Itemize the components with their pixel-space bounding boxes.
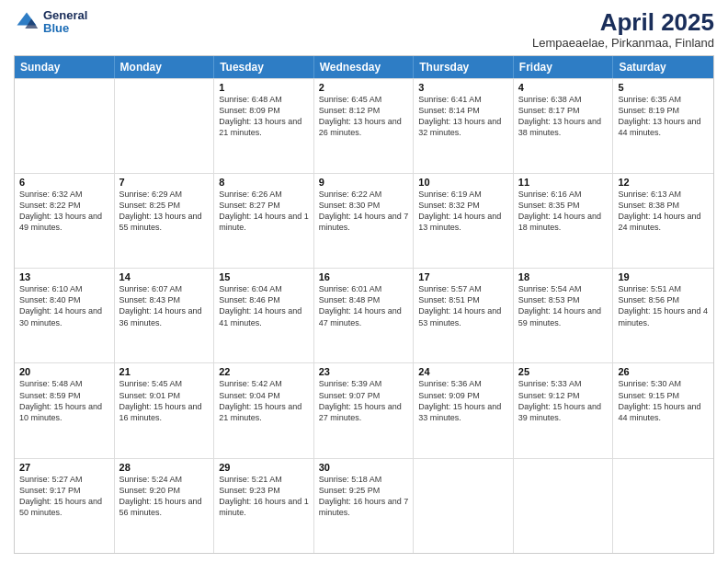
day-cell-20: 20Sunrise: 5:48 AM Sunset: 8:59 PM Dayli… <box>15 363 115 457</box>
day-cell-11: 11Sunrise: 6:16 AM Sunset: 8:35 PM Dayli… <box>514 174 614 268</box>
day-number: 8 <box>219 177 309 188</box>
day-header-wednesday: Wednesday <box>314 56 415 78</box>
day-number: 19 <box>618 271 709 282</box>
day-cell-30: 30Sunrise: 5:18 AM Sunset: 9:25 PM Dayli… <box>314 459 415 553</box>
day-info: Sunrise: 5:54 AM Sunset: 8:53 PM Dayligh… <box>518 283 609 328</box>
day-info: Sunrise: 5:48 AM Sunset: 8:59 PM Dayligh… <box>19 378 109 423</box>
day-info: Sunrise: 5:27 AM Sunset: 9:17 PM Dayligh… <box>19 474 109 519</box>
day-info: Sunrise: 6:16 AM Sunset: 8:35 PM Dayligh… <box>518 189 609 234</box>
day-number: 27 <box>19 462 109 473</box>
week-row-1: 1Sunrise: 6:48 AM Sunset: 8:09 PM Daylig… <box>15 78 713 173</box>
day-info: Sunrise: 5:18 AM Sunset: 9:25 PM Dayligh… <box>319 474 409 519</box>
day-number: 21 <box>119 366 210 377</box>
day-info: Sunrise: 6:26 AM Sunset: 8:27 PM Dayligh… <box>219 189 309 234</box>
day-cell-5: 5Sunrise: 6:35 AM Sunset: 8:19 PM Daylig… <box>613 79 713 173</box>
logo-general: General <box>43 9 87 22</box>
week-row-2: 6Sunrise: 6:32 AM Sunset: 8:22 PM Daylig… <box>15 173 713 268</box>
page-title: April 2025 <box>532 9 714 36</box>
day-number: 15 <box>219 271 309 282</box>
day-number: 30 <box>319 462 409 473</box>
day-header-sunday: Sunday <box>15 56 115 78</box>
day-info: Sunrise: 5:30 AM Sunset: 9:15 PM Dayligh… <box>618 378 709 423</box>
day-cell-9: 9Sunrise: 6:22 AM Sunset: 8:30 PM Daylig… <box>314 174 415 268</box>
day-info: Sunrise: 6:19 AM Sunset: 8:32 PM Dayligh… <box>418 189 508 234</box>
day-cell-3: 3Sunrise: 6:41 AM Sunset: 8:14 PM Daylig… <box>414 79 514 173</box>
day-header-thursday: Thursday <box>414 56 514 78</box>
day-header-saturday: Saturday <box>613 56 713 78</box>
day-number: 10 <box>418 177 508 188</box>
day-cell-23: 23Sunrise: 5:39 AM Sunset: 9:07 PM Dayli… <box>314 363 415 457</box>
day-number: 18 <box>518 271 609 282</box>
day-cell-4: 4Sunrise: 6:38 AM Sunset: 8:17 PM Daylig… <box>514 79 614 173</box>
day-cell-13: 13Sunrise: 6:10 AM Sunset: 8:40 PM Dayli… <box>15 269 115 362</box>
day-number: 12 <box>618 177 709 188</box>
day-info: Sunrise: 5:33 AM Sunset: 9:12 PM Dayligh… <box>518 378 609 423</box>
week-row-3: 13Sunrise: 6:10 AM Sunset: 8:40 PM Dayli… <box>15 268 713 362</box>
day-cell-8: 8Sunrise: 6:26 AM Sunset: 8:27 PM Daylig… <box>214 174 314 268</box>
day-number: 26 <box>618 366 709 377</box>
day-number: 13 <box>19 271 109 282</box>
title-block: April 2025 Lempaeaelae, Pirkanmaa, Finla… <box>532 9 714 50</box>
day-cell-19: 19Sunrise: 5:51 AM Sunset: 8:56 PM Dayli… <box>613 269 713 362</box>
day-info: Sunrise: 6:01 AM Sunset: 8:48 PM Dayligh… <box>319 283 409 328</box>
day-number: 22 <box>219 366 309 377</box>
day-info: Sunrise: 5:45 AM Sunset: 9:01 PM Dayligh… <box>119 378 210 423</box>
day-number: 9 <box>319 177 409 188</box>
day-number: 14 <box>119 271 210 282</box>
calendar-body: 1Sunrise: 6:48 AM Sunset: 8:09 PM Daylig… <box>15 78 713 553</box>
day-info: Sunrise: 6:35 AM Sunset: 8:19 PM Dayligh… <box>618 94 709 139</box>
day-cell-16: 16Sunrise: 6:01 AM Sunset: 8:48 PM Dayli… <box>314 269 415 362</box>
day-info: Sunrise: 5:42 AM Sunset: 9:04 PM Dayligh… <box>219 378 309 423</box>
day-cell-1: 1Sunrise: 6:48 AM Sunset: 8:09 PM Daylig… <box>214 79 314 173</box>
day-number: 24 <box>418 366 508 377</box>
day-header-monday: Monday <box>115 56 215 78</box>
day-cell-22: 22Sunrise: 5:42 AM Sunset: 9:04 PM Dayli… <box>214 363 314 457</box>
header: General Blue April 2025 Lempaeaelae, Pir… <box>14 9 714 50</box>
day-cell-10: 10Sunrise: 6:19 AM Sunset: 8:32 PM Dayli… <box>414 174 514 268</box>
day-number: 5 <box>618 82 709 93</box>
day-header-tuesday: Tuesday <box>214 56 314 78</box>
day-number: 7 <box>119 177 210 188</box>
day-info: Sunrise: 6:22 AM Sunset: 8:30 PM Dayligh… <box>319 189 409 234</box>
day-info: Sunrise: 6:48 AM Sunset: 8:09 PM Dayligh… <box>219 94 309 139</box>
day-number: 1 <box>219 82 309 93</box>
empty-cell <box>514 459 614 553</box>
day-cell-18: 18Sunrise: 5:54 AM Sunset: 8:53 PM Dayli… <box>514 269 614 362</box>
day-number: 25 <box>518 366 609 377</box>
day-info: Sunrise: 6:07 AM Sunset: 8:43 PM Dayligh… <box>119 283 210 328</box>
day-cell-21: 21Sunrise: 5:45 AM Sunset: 9:01 PM Dayli… <box>115 363 215 457</box>
day-cell-28: 28Sunrise: 5:24 AM Sunset: 9:20 PM Dayli… <box>115 459 215 553</box>
logo-text: General Blue <box>43 9 87 36</box>
subtitle: Lempaeaelae, Pirkanmaa, Finland <box>532 36 714 50</box>
day-info: Sunrise: 5:21 AM Sunset: 9:23 PM Dayligh… <box>219 474 309 519</box>
day-number: 28 <box>119 462 210 473</box>
day-cell-12: 12Sunrise: 6:13 AM Sunset: 8:38 PM Dayli… <box>613 174 713 268</box>
day-info: Sunrise: 5:57 AM Sunset: 8:51 PM Dayligh… <box>418 283 508 328</box>
day-info: Sunrise: 6:13 AM Sunset: 8:38 PM Dayligh… <box>618 189 709 234</box>
day-cell-24: 24Sunrise: 5:36 AM Sunset: 9:09 PM Dayli… <box>414 363 514 457</box>
logo-blue: Blue <box>43 22 87 35</box>
day-number: 3 <box>418 82 508 93</box>
empty-cell <box>115 79 215 173</box>
empty-cell <box>15 79 115 173</box>
week-row-5: 27Sunrise: 5:27 AM Sunset: 9:17 PM Dayli… <box>15 458 713 553</box>
day-info: Sunrise: 6:41 AM Sunset: 8:14 PM Dayligh… <box>418 94 508 139</box>
day-info: Sunrise: 5:36 AM Sunset: 9:09 PM Dayligh… <box>418 378 508 423</box>
day-info: Sunrise: 6:38 AM Sunset: 8:17 PM Dayligh… <box>518 94 609 139</box>
day-number: 17 <box>418 271 508 282</box>
day-number: 29 <box>219 462 309 473</box>
empty-cell <box>613 459 713 553</box>
day-cell-14: 14Sunrise: 6:07 AM Sunset: 8:43 PM Dayli… <box>115 269 215 362</box>
day-cell-15: 15Sunrise: 6:04 AM Sunset: 8:46 PM Dayli… <box>214 269 314 362</box>
day-number: 11 <box>518 177 609 188</box>
day-cell-6: 6Sunrise: 6:32 AM Sunset: 8:22 PM Daylig… <box>15 174 115 268</box>
day-info: Sunrise: 6:32 AM Sunset: 8:22 PM Dayligh… <box>19 189 109 234</box>
day-info: Sunrise: 5:24 AM Sunset: 9:20 PM Dayligh… <box>119 474 210 519</box>
page: General Blue April 2025 Lempaeaelae, Pir… <box>0 0 728 563</box>
day-cell-27: 27Sunrise: 5:27 AM Sunset: 9:17 PM Dayli… <box>15 459 115 553</box>
day-cell-29: 29Sunrise: 5:21 AM Sunset: 9:23 PM Dayli… <box>214 459 314 553</box>
day-cell-25: 25Sunrise: 5:33 AM Sunset: 9:12 PM Dayli… <box>514 363 614 457</box>
calendar: SundayMondayTuesdayWednesdayThursdayFrid… <box>14 55 714 554</box>
day-number: 2 <box>319 82 409 93</box>
day-info: Sunrise: 5:51 AM Sunset: 8:56 PM Dayligh… <box>618 283 709 328</box>
